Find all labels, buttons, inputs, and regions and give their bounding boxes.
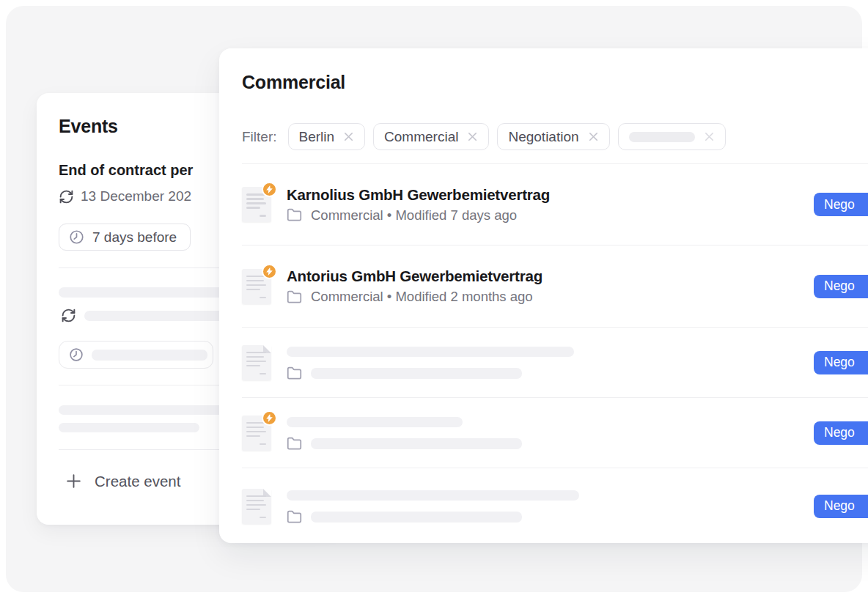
filter-bar: Filter: Berlin Commercial Negotiation <box>242 123 726 150</box>
skeleton-bar <box>287 417 463 427</box>
document-row[interactable]: Antorius GmbH Gewerbemietvertrag Commerc… <box>242 246 868 328</box>
skeleton-bar <box>92 350 207 361</box>
create-event-label: Create event <box>95 473 180 490</box>
skeleton-bar <box>311 438 522 449</box>
skeleton-bar <box>311 368 522 379</box>
document-row-skeleton[interactable]: Nego <box>242 328 868 398</box>
skeleton-reminder-pill <box>59 341 213 369</box>
folder-icon <box>287 207 302 223</box>
bolt-icon <box>262 410 277 426</box>
status-badge: Nego <box>814 275 868 298</box>
plus-icon <box>65 472 83 490</box>
event-name: End of contract per <box>59 162 193 179</box>
close-icon[interactable] <box>466 130 479 144</box>
close-icon[interactable] <box>586 130 600 144</box>
filter-chip-label: Berlin <box>299 129 335 145</box>
status-badge: Nego <box>814 421 868 445</box>
document-row-skeleton[interactable]: Nego <box>242 468 868 544</box>
folder-icon <box>287 366 302 381</box>
event-date: 13 December 202 <box>81 188 191 204</box>
folder-icon <box>287 436 302 451</box>
filter-chip-skeleton[interactable] <box>618 123 726 150</box>
repeat-icon <box>59 189 74 204</box>
filter-chip-commercial[interactable]: Commercial <box>373 123 489 150</box>
commercial-card-title: Commercial <box>242 72 345 93</box>
status-badge: Nego <box>814 351 868 374</box>
bolt-icon <box>262 182 277 197</box>
skeleton-bar <box>287 347 574 357</box>
filter-chip-berlin[interactable]: Berlin <box>288 123 366 150</box>
document-icon <box>242 269 271 304</box>
filter-chip-label: Commercial <box>384 129 458 145</box>
document-title: Antorius GmbH Gewerbemietvertrag <box>287 267 542 285</box>
reminder-pill[interactable]: 7 days before <box>59 224 191 251</box>
event-date-row: 13 December 202 <box>59 188 191 204</box>
bolt-icon <box>262 264 277 279</box>
reminder-label: 7 days before <box>92 229 177 246</box>
document-icon <box>242 489 271 524</box>
document-meta: Commercial • Modified 2 months ago <box>311 289 533 305</box>
document-list: Karnolius GmbH Gewerbemietvertrag Commer… <box>242 163 868 544</box>
document-meta: Commercial • Modified 7 days ago <box>311 207 517 224</box>
folder-icon <box>287 289 302 305</box>
events-card-title: Events <box>59 116 118 137</box>
status-badge: Nego <box>814 193 868 216</box>
folder-icon <box>287 509 302 525</box>
repeat-icon <box>61 308 76 323</box>
filter-chip-label: Negotiation <box>508 129 578 145</box>
close-icon[interactable] <box>342 130 356 144</box>
status-badge: Nego <box>814 495 868 518</box>
document-row-skeleton[interactable]: Nego <box>242 398 868 468</box>
clock-icon <box>68 347 84 363</box>
app-surface: Events End of contract per 13 December 2… <box>6 6 862 592</box>
clock-icon <box>68 229 85 246</box>
document-icon <box>242 416 271 451</box>
filter-label: Filter: <box>242 129 277 145</box>
skeleton-bar <box>287 490 579 501</box>
skeleton-bar <box>59 423 199 432</box>
document-row[interactable]: Karnolius GmbH Gewerbemietvertrag Commer… <box>242 164 868 246</box>
close-icon[interactable] <box>702 130 716 144</box>
document-icon <box>242 345 271 380</box>
filter-chip-negotiation[interactable]: Negotiation <box>497 123 609 150</box>
commercial-card: Commercial Filter: Berlin Commercial Neg… <box>219 48 868 543</box>
document-icon <box>242 187 271 222</box>
skeleton-bar <box>311 512 522 523</box>
document-title: Karnolius GmbH Gewerbemietvertrag <box>287 186 550 204</box>
create-event-button[interactable]: Create event <box>65 472 180 490</box>
skeleton-bar <box>629 132 695 142</box>
